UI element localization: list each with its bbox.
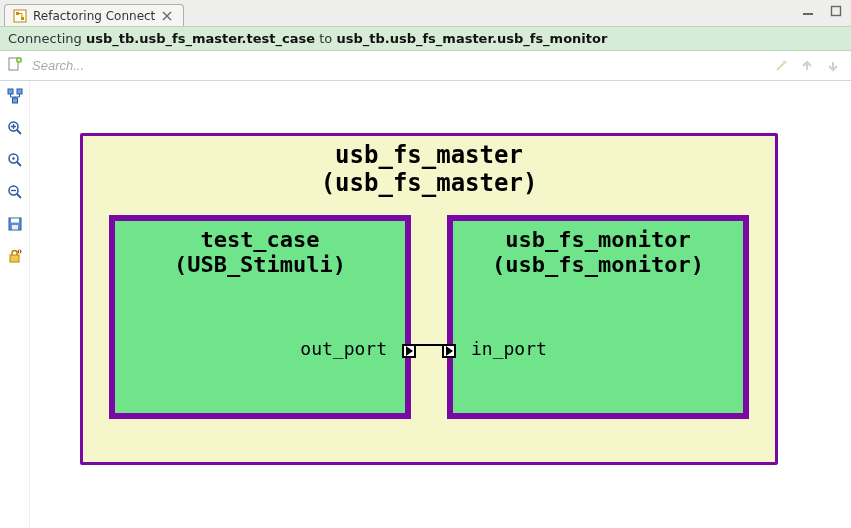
- status-mid: to: [315, 31, 336, 46]
- svg-rect-17: [10, 255, 19, 262]
- search-input[interactable]: [30, 54, 773, 77]
- svg-rect-4: [832, 7, 841, 16]
- main-area: usb_fs_master (usb_fs_master) test_case …: [0, 81, 851, 528]
- right-type: usb_fs_monitor: [505, 252, 690, 277]
- zoom-out-icon[interactable]: [6, 183, 24, 201]
- outer-name: usb_fs_master: [335, 141, 523, 169]
- port-out-label: out_port: [300, 338, 387, 359]
- window-controls: [801, 4, 843, 18]
- tab-title-label: Refactoring Connect: [33, 9, 155, 23]
- svg-rect-16: [12, 225, 18, 230]
- status-prefix: Connecting: [8, 31, 86, 46]
- arrow-down-icon[interactable]: [825, 58, 841, 74]
- block-title: usb_fs_master (usb_fs_master): [83, 142, 775, 197]
- svg-rect-1: [16, 12, 19, 15]
- status-from: usb_tb.usb_fs_master.test_case: [86, 31, 315, 46]
- svg-rect-2: [21, 17, 24, 20]
- outer-type: usb_fs_master: [335, 169, 523, 197]
- flowchart-icon: [13, 9, 27, 23]
- svg-rect-8: [17, 89, 22, 94]
- zoom-reset-icon[interactable]: [6, 151, 24, 169]
- svg-rect-19: [19, 250, 20, 253]
- svg-rect-0: [14, 10, 26, 22]
- arrow-up-icon[interactable]: [799, 58, 815, 74]
- block-usb-fs-monitor[interactable]: usb_fs_monitor (usb_fs_monitor) in_port: [447, 215, 749, 419]
- top-toolbar: [0, 51, 851, 81]
- block-title: usb_fs_monitor (usb_fs_monitor): [453, 227, 743, 278]
- status-to: usb_tb.usb_fs_master.usb_fs_monitor: [336, 31, 607, 46]
- right-name: usb_fs_monitor: [505, 227, 690, 252]
- new-icon[interactable]: [7, 56, 23, 75]
- block-test-case[interactable]: test_case (USB_Stimuli) out_port: [109, 215, 411, 419]
- lock-icon[interactable]: [6, 247, 24, 265]
- svg-rect-15: [11, 219, 19, 223]
- svg-rect-3: [803, 13, 813, 15]
- svg-point-12: [12, 157, 15, 160]
- block-usb-fs-master[interactable]: usb_fs_master (usb_fs_master) test_case …: [80, 133, 778, 465]
- diagram-canvas[interactable]: usb_fs_master (usb_fs_master) test_case …: [30, 81, 851, 528]
- left-type: USB_Stimuli: [187, 252, 333, 277]
- left-name: test_case: [200, 227, 319, 252]
- tab-refactoring-connect[interactable]: Refactoring Connect: [4, 4, 184, 26]
- block-title: test_case (USB_Stimuli): [115, 227, 405, 278]
- save-icon[interactable]: [6, 215, 24, 233]
- close-icon[interactable]: [161, 10, 173, 22]
- side-toolbar: [0, 81, 30, 528]
- status-bar: Connecting usb_tb.usb_fs_master.test_cas…: [0, 26, 851, 51]
- layout-icon[interactable]: [6, 87, 24, 105]
- port-in[interactable]: [442, 344, 456, 358]
- port-out[interactable]: [402, 344, 416, 358]
- zoom-in-icon[interactable]: [6, 119, 24, 137]
- minimize-icon[interactable]: [801, 4, 815, 18]
- svg-rect-7: [8, 89, 13, 94]
- port-in-label: in_port: [471, 338, 547, 359]
- maximize-icon[interactable]: [829, 4, 843, 18]
- wand-icon[interactable]: [773, 58, 789, 74]
- svg-rect-9: [12, 98, 17, 103]
- tab-bar: Refactoring Connect: [0, 0, 851, 26]
